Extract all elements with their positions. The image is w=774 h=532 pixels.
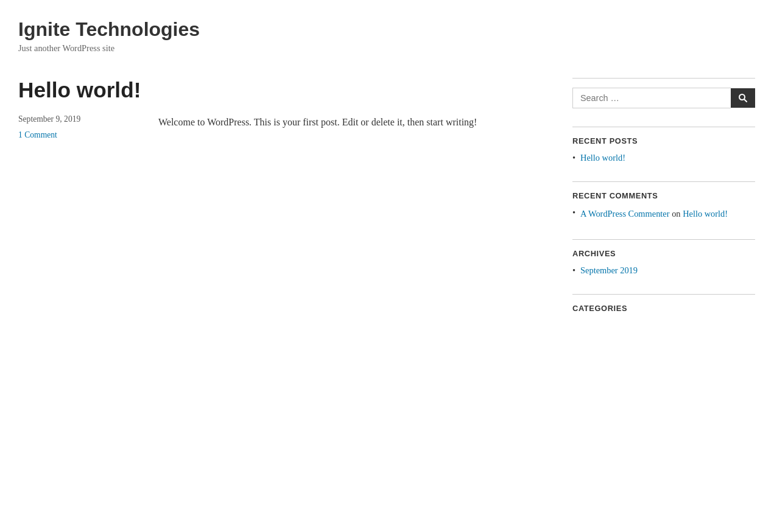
site-description: Just another WordPress site	[18, 43, 756, 54]
search-button[interactable]	[731, 88, 755, 108]
sidebar-categories-section: CATEGORIES	[572, 294, 755, 313]
recent-post-link[interactable]: Hello world!	[580, 153, 625, 163]
site-body: Hello world! September 9, 2019 1 Comment…	[0, 66, 774, 343]
list-item: Hello world!	[572, 153, 755, 163]
list-item: A WordPress Commenter on Hello world!	[572, 208, 755, 221]
main-content: Hello world! September 9, 2019 1 Comment…	[18, 78, 548, 331]
sidebar-search-section	[572, 78, 755, 108]
post-meta-col: September 9, 2019 1 Comment	[18, 114, 140, 140]
sidebar-divider-categories	[572, 294, 755, 295]
sidebar: RECENT POSTS Hello world! RECENT COMMENT…	[572, 78, 755, 331]
sidebar-divider-recent-posts	[572, 127, 755, 127]
comment-author-link[interactable]: A WordPress Commenter	[580, 209, 669, 219]
site-header: Ignite Technologies Just another WordPre…	[0, 0, 774, 66]
recent-comments-heading: RECENT COMMENTS	[572, 191, 755, 200]
comment-entry: A WordPress Commenter on Hello world!	[580, 208, 728, 221]
archive-link[interactable]: September 2019	[580, 265, 638, 276]
recent-comments-list: A WordPress Commenter on Hello world!	[572, 208, 755, 221]
post-title: Hello world!	[18, 78, 548, 102]
sidebar-divider-search	[572, 78, 755, 79]
search-input[interactable]	[572, 88, 731, 108]
post-header: Hello world!	[18, 78, 548, 102]
post-date: September 9, 2019	[18, 114, 140, 124]
sidebar-divider-recent-comments	[572, 181, 755, 182]
search-form	[572, 88, 755, 108]
list-item: September 2019	[572, 265, 755, 276]
site-title: Ignite Technologies	[18, 18, 756, 41]
comment-post-link[interactable]: Hello world!	[683, 209, 728, 219]
post-article: Hello world! September 9, 2019 1 Comment…	[18, 78, 548, 140]
search-icon	[739, 94, 747, 102]
comment-connector: on	[672, 209, 683, 219]
archives-list: September 2019	[572, 265, 755, 276]
svg-line-1	[744, 99, 747, 102]
post-layout: September 9, 2019 1 Comment Welcome to W…	[18, 114, 548, 140]
sidebar-recent-posts-section: RECENT POSTS Hello world!	[572, 127, 755, 163]
recent-posts-list: Hello world!	[572, 153, 755, 163]
site-title-link[interactable]: Ignite Technologies	[18, 18, 200, 40]
sidebar-archives-section: ARCHIVES September 2019	[572, 239, 755, 276]
sidebar-recent-comments-section: RECENT COMMENTS A WordPress Commenter on…	[572, 181, 755, 221]
archives-heading: ARCHIVES	[572, 249, 755, 258]
categories-heading: CATEGORIES	[572, 304, 755, 313]
sidebar-divider-archives	[572, 239, 755, 240]
recent-posts-heading: RECENT POSTS	[572, 136, 755, 145]
post-comments-link[interactable]: 1 Comment	[18, 130, 57, 139]
post-content: Welcome to WordPress. This is your first…	[158, 114, 548, 140]
